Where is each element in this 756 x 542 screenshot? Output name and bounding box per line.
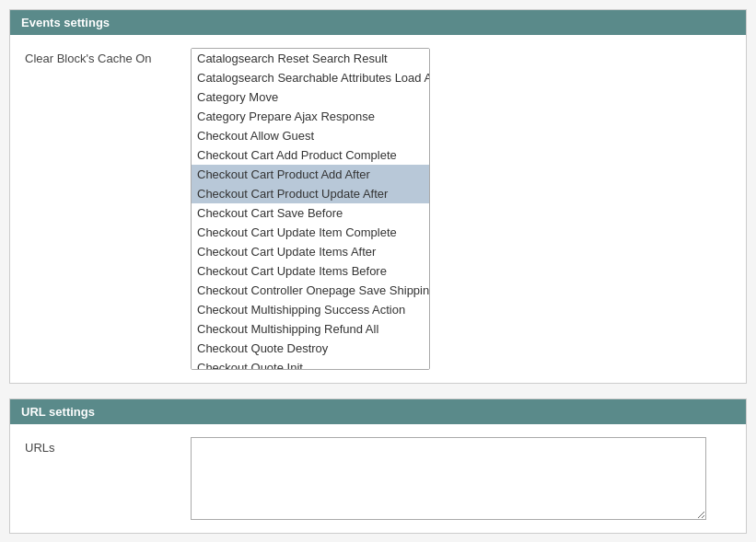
url-settings-section: URL settings URLs (9, 398, 747, 534)
urls-label: URLs (25, 437, 172, 455)
urls-field-row: URLs (25, 437, 731, 520)
events-settings-body: Clear Block's Cache On Catalogsearch Res… (10, 35, 746, 383)
events-listbox[interactable]: Catalogsearch Reset Search ResultCatalog… (191, 48, 430, 370)
listbox-container: Catalogsearch Reset Search ResultCatalog… (191, 48, 430, 370)
events-settings-section: Events settings Clear Block's Cache On C… (9, 9, 747, 384)
clear-cache-field-row: Clear Block's Cache On Catalogsearch Res… (25, 48, 731, 370)
events-settings-header: Events settings (10, 10, 746, 35)
url-settings-body: URLs (10, 424, 746, 533)
page-wrapper: Events settings Clear Block's Cache On C… (0, 0, 756, 542)
clear-cache-label: Clear Block's Cache On (25, 48, 172, 65)
url-settings-header: URL settings (10, 399, 746, 424)
urls-textarea[interactable] (191, 437, 706, 520)
